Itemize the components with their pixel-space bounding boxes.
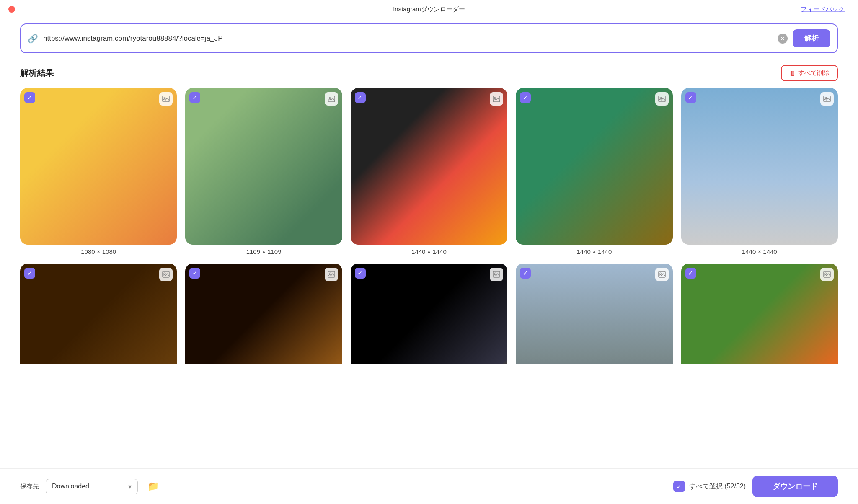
item-checkbox[interactable]: ✓ bbox=[355, 268, 366, 279]
svg-rect-6 bbox=[659, 96, 665, 102]
bottom-bar: 保存先 Downloaded ▾ 📁 ✓ すべて選択 (52/52) ダウンロー… bbox=[0, 468, 858, 504]
image-size-label: 1080 × 1080 bbox=[81, 248, 116, 255]
image-card[interactable]: ✓ bbox=[516, 264, 672, 364]
svg-rect-4 bbox=[493, 96, 500, 102]
image-card[interactable]: ✓ bbox=[20, 88, 177, 245]
grid-item: ✓ 1440 × 1440 bbox=[681, 88, 838, 255]
results-header: 解析結果 🗑 すべて削除 bbox=[0, 53, 858, 88]
grid-item: ✓ 1440 × 1440 bbox=[681, 264, 838, 364]
url-bar: 🔗 ✕ 解析 bbox=[20, 23, 838, 53]
svg-point-5 bbox=[494, 97, 496, 99]
svg-point-3 bbox=[329, 97, 331, 99]
image-card[interactable]: ✓ bbox=[681, 88, 838, 245]
image-card[interactable]: ✓ bbox=[351, 264, 507, 364]
image-type-icon bbox=[159, 268, 173, 281]
svg-rect-14 bbox=[493, 271, 500, 277]
item-checkbox[interactable]: ✓ bbox=[24, 268, 35, 279]
trash-icon: 🗑 bbox=[789, 70, 796, 77]
svg-point-11 bbox=[164, 273, 165, 274]
app-title: Instagramダウンローダー bbox=[393, 5, 465, 13]
svg-rect-16 bbox=[659, 271, 665, 277]
image-card[interactable]: ✓ bbox=[20, 264, 177, 364]
image-type-icon bbox=[820, 268, 834, 281]
svg-rect-10 bbox=[163, 271, 169, 277]
image-type-icon bbox=[820, 92, 834, 106]
link-icon: 🔗 bbox=[28, 34, 38, 44]
svg-point-19 bbox=[825, 273, 827, 274]
item-checkbox[interactable]: ✓ bbox=[355, 92, 366, 103]
image-size-label: 1440 × 1440 bbox=[742, 248, 777, 255]
select-all-section: ✓ すべて選択 (52/52) bbox=[673, 481, 746, 492]
image-card[interactable]: ✓ bbox=[351, 88, 507, 245]
select-all-checkbox[interactable]: ✓ bbox=[673, 481, 685, 492]
analyze-button[interactable]: 解析 bbox=[793, 29, 830, 47]
select-all-label: すべて選択 (52/52) bbox=[689, 482, 746, 491]
grid-item: ✓ 1080 × 1080 bbox=[20, 88, 177, 255]
chevron-down-icon: ▾ bbox=[128, 483, 132, 491]
grid-item: ✓ 1440 × 1440 bbox=[351, 264, 507, 364]
svg-point-9 bbox=[825, 97, 827, 99]
save-to-label: 保存先 bbox=[20, 483, 39, 491]
svg-rect-2 bbox=[328, 96, 335, 102]
grid-item: ✓ 1440 × 1440 bbox=[516, 88, 672, 255]
svg-point-13 bbox=[329, 273, 331, 274]
open-folder-button[interactable]: 📁 bbox=[145, 478, 161, 495]
image-type-icon bbox=[325, 268, 338, 281]
image-type-icon bbox=[655, 92, 669, 106]
svg-point-15 bbox=[494, 273, 496, 274]
clear-url-button[interactable]: ✕ bbox=[778, 34, 788, 44]
titlebar: Instagramダウンローダー フィードバック bbox=[0, 0, 858, 18]
svg-point-1 bbox=[164, 97, 165, 99]
item-checkbox[interactable]: ✓ bbox=[685, 268, 696, 279]
image-type-icon bbox=[325, 92, 338, 106]
svg-rect-18 bbox=[824, 271, 830, 277]
svg-point-7 bbox=[660, 97, 662, 99]
item-checkbox[interactable]: ✓ bbox=[189, 92, 200, 103]
close-button[interactable] bbox=[8, 6, 15, 13]
image-size-label: 1109 × 1109 bbox=[246, 248, 282, 255]
image-type-icon bbox=[490, 268, 503, 281]
image-size-label: 1440 × 1440 bbox=[576, 248, 612, 255]
svg-rect-8 bbox=[824, 96, 830, 102]
results-title: 解析結果 bbox=[20, 67, 54, 79]
grid-item: ✓ 1440 × 1440 bbox=[516, 264, 672, 364]
item-checkbox[interactable]: ✓ bbox=[24, 92, 35, 103]
image-card[interactable]: ✓ bbox=[185, 264, 342, 364]
results-grid: ✓ 1080 × 1080✓ 1109 × 1109✓ 1440 × 1440✓… bbox=[0, 88, 858, 364]
grid-item: ✓ 1109 × 1109 bbox=[185, 88, 342, 255]
item-checkbox[interactable]: ✓ bbox=[520, 268, 531, 279]
svg-rect-0 bbox=[163, 96, 169, 102]
grid-item: ✓ 1440 × 1440 bbox=[20, 264, 177, 364]
delete-all-label: すべて削除 bbox=[798, 69, 830, 77]
image-card[interactable]: ✓ bbox=[185, 88, 342, 245]
item-checkbox[interactable]: ✓ bbox=[189, 268, 200, 279]
grid-item: ✓ 1440 × 1440 bbox=[351, 88, 507, 255]
svg-rect-12 bbox=[328, 271, 335, 277]
image-type-icon bbox=[655, 268, 669, 281]
folder-value: Downloaded bbox=[52, 483, 89, 490]
image-type-icon bbox=[159, 92, 173, 106]
item-checkbox[interactable]: ✓ bbox=[685, 92, 696, 103]
item-checkbox[interactable]: ✓ bbox=[520, 92, 531, 103]
image-type-icon bbox=[490, 92, 503, 106]
feedback-link[interactable]: フィードバック bbox=[801, 5, 845, 13]
delete-all-button[interactable]: 🗑 すべて削除 bbox=[781, 65, 838, 81]
image-size-label: 1440 × 1440 bbox=[411, 248, 447, 255]
image-card[interactable]: ✓ bbox=[516, 88, 672, 245]
grid-item: ✓ 1440 × 1440 bbox=[185, 264, 342, 364]
folder-dropdown[interactable]: Downloaded ▾ bbox=[46, 479, 138, 494]
image-card[interactable]: ✓ bbox=[681, 264, 838, 364]
download-button[interactable]: ダウンロード bbox=[752, 476, 838, 497]
svg-point-17 bbox=[660, 273, 662, 274]
url-input[interactable] bbox=[43, 34, 773, 43]
url-bar-container: 🔗 ✕ 解析 bbox=[0, 18, 858, 53]
